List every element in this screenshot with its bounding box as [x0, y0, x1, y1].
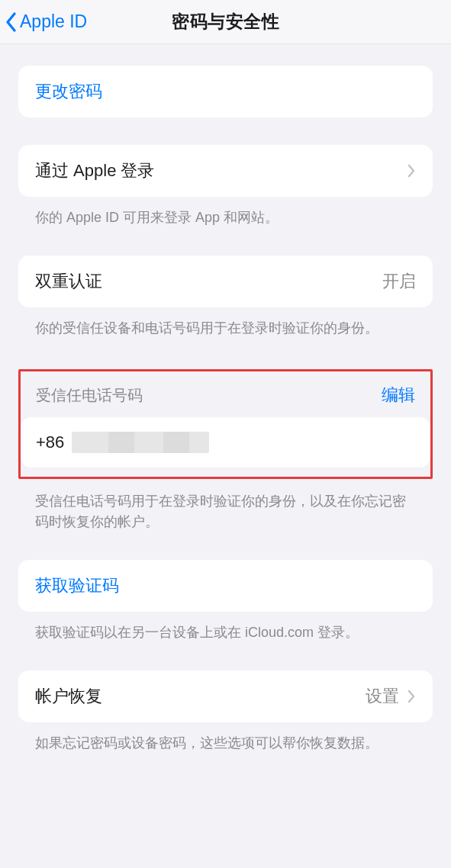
- account-recovery-footer: 如果忘记密码或设备密码，这些选项可以帮你恢复数据。: [18, 733, 433, 754]
- two-factor-footer: 你的受信任设备和电话号码用于在登录时验证你的身份。: [18, 318, 433, 339]
- get-code-footer: 获取验证码以在另一台设备上或在 iCloud.com 登录。: [18, 622, 433, 643]
- two-factor-value: 开启: [382, 270, 416, 293]
- change-password-row[interactable]: 更改密码: [18, 66, 433, 117]
- change-password-label: 更改密码: [35, 80, 102, 103]
- get-verification-code-label: 获取验证码: [35, 574, 119, 597]
- phone-number-redacted: [72, 432, 209, 453]
- trusted-phone-header: 受信任电话号码: [36, 385, 143, 406]
- chevron-left-icon: [5, 11, 18, 33]
- account-recovery-value: 设置: [366, 685, 399, 708]
- back-button[interactable]: Apple ID: [5, 11, 87, 33]
- trusted-phone-footer: 受信任电话号码用于在登录时验证你的身份，以及在你忘记密码时恢复你的帐户。: [18, 491, 433, 532]
- phone-prefix: +86: [36, 432, 64, 452]
- trusted-phone-section: 受信任电话号码 编辑 +86: [18, 369, 433, 479]
- edit-button[interactable]: 编辑: [382, 384, 415, 407]
- sign-in-with-apple-footer: 你的 Apple ID 可用来登录 App 和网站。: [18, 207, 433, 228]
- account-recovery-row[interactable]: 帐户恢复 设置: [18, 670, 433, 722]
- nav-bar: Apple ID 密码与安全性: [0, 0, 451, 44]
- get-verification-code-row[interactable]: 获取验证码: [18, 560, 433, 612]
- two-factor-row[interactable]: 双重认证 开启: [18, 256, 433, 307]
- chevron-right-icon: [407, 689, 416, 704]
- account-recovery-label: 帐户恢复: [35, 685, 102, 708]
- sign-in-with-apple-row[interactable]: 通过 Apple 登录: [18, 145, 433, 197]
- trusted-phone-row[interactable]: +86: [21, 417, 430, 468]
- sign-in-with-apple-label: 通过 Apple 登录: [35, 159, 155, 182]
- two-factor-label: 双重认证: [35, 270, 102, 293]
- back-label: Apple ID: [20, 11, 87, 32]
- chevron-right-icon: [407, 163, 416, 178]
